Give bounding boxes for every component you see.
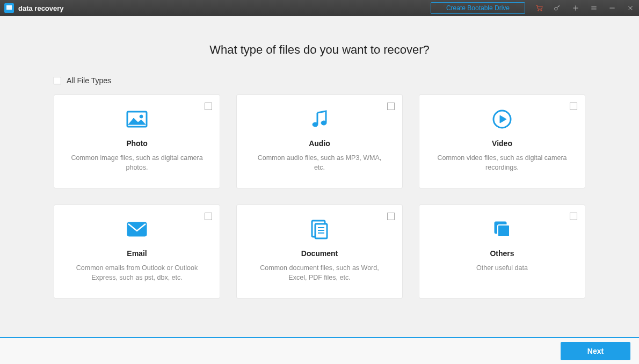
page-heading: What type of files do you want to recove…: [32, 43, 607, 57]
card-checkbox[interactable]: [205, 103, 212, 110]
app-logo-icon: [4, 3, 14, 13]
svg-point-3: [541, 10, 542, 11]
main-area: What type of files do you want to recove…: [0, 16, 639, 337]
app-title: data recovery: [18, 4, 64, 12]
checkbox-icon: [54, 77, 61, 84]
card-desc: Common document files, such as Word, Exc…: [248, 263, 391, 282]
card-title: Others: [430, 249, 574, 258]
card-checkbox[interactable]: [205, 213, 212, 220]
close-icon[interactable]: [626, 4, 635, 12]
file-type-grid: Photo Common image files, such as digita…: [54, 94, 585, 299]
titlebar: data recovery Create Bootable Drive: [0, 0, 639, 16]
card-checkbox[interactable]: [570, 213, 577, 220]
card-others[interactable]: Others Other useful data: [419, 205, 585, 299]
email-icon: [65, 217, 209, 242]
card-desc: Common video files, such as digital came…: [430, 153, 574, 172]
svg-rect-0: [6, 6, 12, 10]
card-photo[interactable]: Photo Common image files, such as digita…: [54, 94, 220, 188]
card-video[interactable]: Video Common video files, such as digita…: [419, 94, 585, 188]
card-desc: Other useful data: [430, 263, 574, 273]
card-document[interactable]: Document Common document files, such as …: [236, 205, 403, 299]
photo-icon: [65, 107, 209, 132]
card-checkbox[interactable]: [387, 103, 395, 110]
card-title: Photo: [65, 139, 209, 148]
card-checkbox[interactable]: [387, 213, 395, 220]
svg-point-8: [321, 121, 326, 125]
card-email[interactable]: Email Common emails from Outlook or Outl…: [54, 205, 220, 299]
svg-point-4: [555, 8, 557, 10]
titlebar-right: Create Bootable Drive: [431, 2, 635, 14]
card-desc: Common image files, such as digital came…: [65, 153, 209, 172]
key-icon[interactable]: [553, 4, 562, 12]
card-title: Audio: [248, 139, 391, 148]
minimize-icon[interactable]: [608, 4, 616, 12]
video-icon: [430, 107, 574, 132]
card-checkbox[interactable]: [570, 103, 577, 110]
all-file-types-checkbox[interactable]: All File Types: [54, 76, 607, 85]
card-title: Email: [65, 249, 209, 258]
card-title: Video: [430, 139, 574, 148]
others-icon: [430, 217, 574, 242]
svg-point-2: [538, 10, 539, 11]
card-desc: Common audio files, such as MP3, WMA, et…: [248, 153, 391, 172]
svg-rect-17: [498, 225, 510, 237]
card-audio[interactable]: Audio Common audio files, such as MP3, W…: [236, 94, 403, 188]
plus-icon[interactable]: [571, 4, 580, 12]
all-file-types-label: All File Types: [67, 76, 111, 85]
next-button[interactable]: Next: [561, 342, 630, 360]
menu-icon[interactable]: [590, 4, 598, 12]
svg-point-7: [313, 122, 318, 127]
cart-icon[interactable]: [535, 4, 543, 12]
svg-rect-10: [127, 222, 147, 236]
create-bootable-drive-button[interactable]: Create Bootable Drive: [431, 2, 525, 14]
svg-rect-12: [315, 224, 327, 238]
document-icon: [248, 217, 391, 242]
audio-icon: [248, 107, 391, 132]
footer-bar: Next: [0, 337, 639, 364]
card-title: Document: [248, 249, 391, 258]
svg-point-6: [140, 115, 143, 118]
svg-rect-1: [6, 5, 12, 6]
card-desc: Common emails from Outlook or Outlook Ex…: [65, 263, 209, 282]
